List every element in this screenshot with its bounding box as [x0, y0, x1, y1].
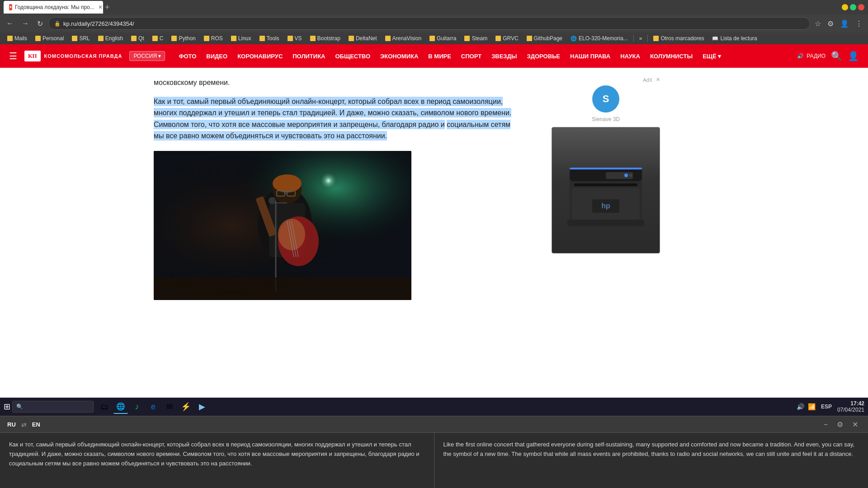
svg-rect-31 [567, 220, 644, 226]
nav-science[interactable]: НАУКА [616, 50, 645, 62]
menu-button[interactable]: ⋮ [854, 18, 864, 30]
bookmark-elo[interactable]: 🌐 ELO-320-Memoria... [567, 34, 632, 42]
taskbar-search[interactable]: 🔍 [12, 401, 94, 413]
nav-corona[interactable]: КОРОНАВИРУС [233, 50, 287, 62]
hamburger-menu[interactable]: ☰ [9, 51, 17, 61]
new-tab-button[interactable]: + [105, 3, 110, 12]
folder-icon [7, 36, 13, 41]
bookmark-arenavision[interactable]: ArenaVision [382, 34, 425, 42]
bookmark-lista[interactable]: 📖 Lista de lectura [708, 34, 760, 42]
bookmark-label: C [160, 35, 164, 42]
nav-more[interactable]: ЕЩЁ ▾ [698, 50, 726, 62]
start-button[interactable]: ⊞ [4, 402, 10, 412]
bookmark-qt[interactable]: Qt [127, 34, 148, 42]
taskbar-app-vscode[interactable]: ⚡ [179, 399, 193, 414]
bookmark-vs[interactable]: VS [284, 34, 306, 42]
bookmark-guitarra[interactable]: Guitarra [426, 34, 460, 42]
bookmark-more[interactable]: » [636, 34, 646, 42]
profile-button[interactable]: 👤 [838, 18, 851, 30]
bookmark-label: Bootstrap [317, 35, 340, 42]
nav-video[interactable]: ВИДЕО [202, 50, 232, 62]
svg-rect-27 [574, 183, 637, 186]
extensions-button[interactable]: ⚙ [826, 18, 835, 30]
region-button[interactable]: РОССИЯ ▾ [129, 51, 165, 61]
minimize-button[interactable] [842, 4, 848, 10]
bookmark-tools[interactable]: Tools [256, 34, 283, 42]
user-button[interactable]: 👤 [848, 51, 859, 61]
bookmark-mails[interactable]: Mails [4, 34, 31, 42]
back-button[interactable]: ← [4, 18, 16, 29]
bookmark-otros[interactable]: Otros marcadores [650, 34, 708, 42]
nav-photo[interactable]: ФОТО [174, 50, 201, 62]
bookmark-bootstrap[interactable]: Bootstrap [307, 34, 344, 42]
taskbar-clock[interactable]: 17:42 07/04/2021 [837, 400, 864, 413]
folder-icon [288, 36, 293, 41]
search-button[interactable]: 🔍 [831, 51, 842, 61]
taskbar-app-files[interactable]: 🗂 [97, 399, 112, 414]
ad-logo-circle: S [592, 85, 619, 113]
bookmark-personal[interactable]: Personal [32, 34, 67, 42]
taskbar-app-terminal[interactable]: ▶ [195, 399, 209, 414]
bookmark-label: GRVC [503, 35, 518, 42]
svg-text:hp: hp [601, 202, 610, 210]
nav-columns[interactable]: КОЛУМНИСТЫ [646, 50, 697, 62]
address-bar[interactable]: 🔒 kp.ru/daily/27262/4394354/ [48, 17, 810, 30]
bookmark-c[interactable]: C [149, 34, 167, 42]
taskbar-app-mail[interactable]: ✉ [162, 399, 177, 414]
nav-health[interactable]: ЗДОРОВЬЕ [523, 50, 565, 62]
nav-economy[interactable]: ЭКОНОМИКА [376, 50, 423, 62]
bookmark-grvc[interactable]: GRVC [492, 34, 522, 42]
swap-languages-icon[interactable]: ⇄ [21, 421, 27, 428]
nav-rights[interactable]: НАШИ ПРАВА [566, 50, 615, 62]
folder-icon [204, 36, 209, 41]
nav-society[interactable]: ОБЩЕСТВО [330, 50, 375, 62]
language-indicator[interactable]: ESP [821, 404, 832, 410]
bookmark-label: Lista de lectura [720, 35, 757, 42]
bookmark-button[interactable]: ☆ [813, 18, 823, 30]
nav-sport[interactable]: СПОРТ [457, 50, 486, 62]
bookmark-label: SRL [79, 35, 90, 42]
bookmark-linux[interactable]: Linux [227, 34, 255, 42]
folder-icon [429, 36, 435, 41]
taskbar-app-browser[interactable]: 🌐 [113, 399, 128, 414]
translation-settings-button[interactable]: ⚙ [834, 419, 846, 430]
svg-rect-19 [154, 277, 411, 300]
bookmark-deltanet[interactable]: DeltaNet [345, 34, 381, 42]
bookmark-ros[interactable]: ROS [200, 34, 226, 42]
source-translation-text: Как и тот, самый первый объединяющий онл… [9, 440, 425, 468]
source-lang-label: RU [7, 421, 16, 428]
folder-icon [653, 36, 659, 41]
bookmark-githubpage[interactable]: GithubPage [523, 34, 566, 42]
maximize-button[interactable] [850, 4, 856, 10]
nav-stars[interactable]: ЗВЕЗДЫ [487, 50, 521, 62]
ad-header: AdX ✕ [552, 77, 660, 83]
translation-close-button[interactable]: ✕ [849, 419, 861, 430]
folder-icon [131, 36, 137, 41]
taskbar-app-music[interactable]: ♪ [130, 399, 144, 414]
volume-icon[interactable]: 📶 [808, 403, 816, 410]
folder-icon [385, 36, 391, 41]
ad-close-button[interactable]: ✕ [656, 77, 660, 83]
bookmark-label: ArenaVision [392, 35, 422, 42]
network-icon[interactable]: 🔊 [797, 403, 804, 410]
bookmark-python[interactable]: Python [168, 34, 199, 42]
logo-kp: КП [24, 51, 41, 61]
taskbar-system-icons: 🔊 📶 [797, 403, 816, 410]
nav-politics[interactable]: ПОЛИТИКА [288, 50, 330, 62]
close-button[interactable] [858, 4, 864, 10]
translation-minimize-button[interactable]: − [821, 420, 830, 430]
translation-bar: RU ⇄ EN − ⚙ ✕ Как и тот, самый первый об… [0, 416, 868, 488]
bookmark-english[interactable]: English [94, 34, 127, 42]
reload-button[interactable]: ↻ [34, 18, 46, 30]
bookmark-steam[interactable]: Steam [461, 34, 491, 42]
forward-button[interactable]: → [19, 18, 32, 29]
browser-tab[interactable]: ★ Годовщина локдауна: Мы про... ✕ [4, 1, 103, 14]
bookmark-label: Mails [14, 35, 27, 42]
taskbar-app-edge[interactable]: e [146, 399, 160, 414]
bookmark-srl[interactable]: SRL [68, 34, 93, 42]
nav-world[interactable]: В МИРЕ [424, 50, 456, 62]
close-tab-button[interactable]: ✕ [98, 4, 103, 10]
bookmark-label: Tools [267, 35, 279, 42]
radio-button[interactable]: 🔊 РАДИО [797, 53, 826, 59]
address-text: kp.ru/daily/27262/4394354/ [63, 20, 134, 27]
